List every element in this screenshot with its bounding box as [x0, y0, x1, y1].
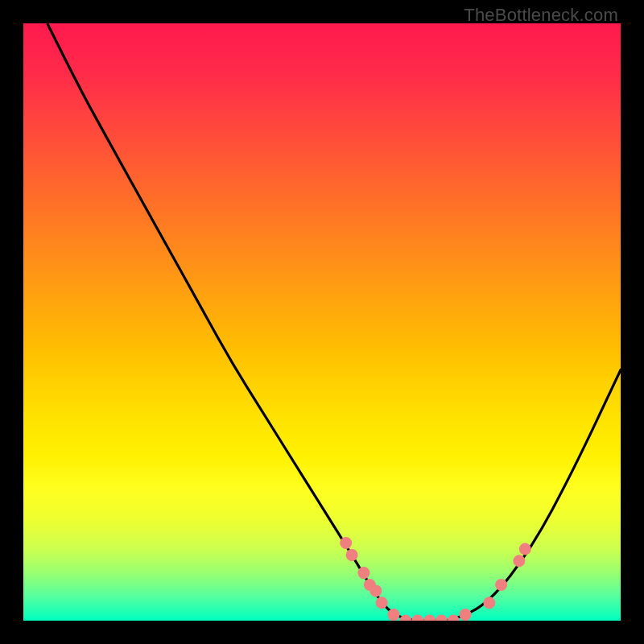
data-point: [460, 609, 472, 621]
data-point: [376, 597, 388, 609]
data-point: [448, 615, 460, 621]
data-point: [399, 615, 411, 621]
data-point: [369, 584, 382, 597]
chart-frame: TheBottleneck.com: [0, 0, 644, 644]
data-point: [436, 615, 448, 621]
data-point: [388, 609, 400, 621]
chart-plot-area: [23, 23, 621, 621]
data-point: [357, 567, 369, 579]
data-point: [519, 543, 531, 555]
data-point: [411, 615, 423, 621]
data-point: [346, 549, 358, 561]
data-point: [423, 615, 436, 621]
bottleneck-curve: [47, 23, 621, 621]
data-points-group: [340, 537, 531, 621]
data-point: [483, 597, 495, 609]
chart-svg: [23, 23, 621, 621]
watermark-text: TheBottleneck.com: [464, 5, 618, 26]
data-point: [513, 555, 525, 567]
data-point: [495, 579, 507, 591]
data-point: [340, 537, 352, 549]
